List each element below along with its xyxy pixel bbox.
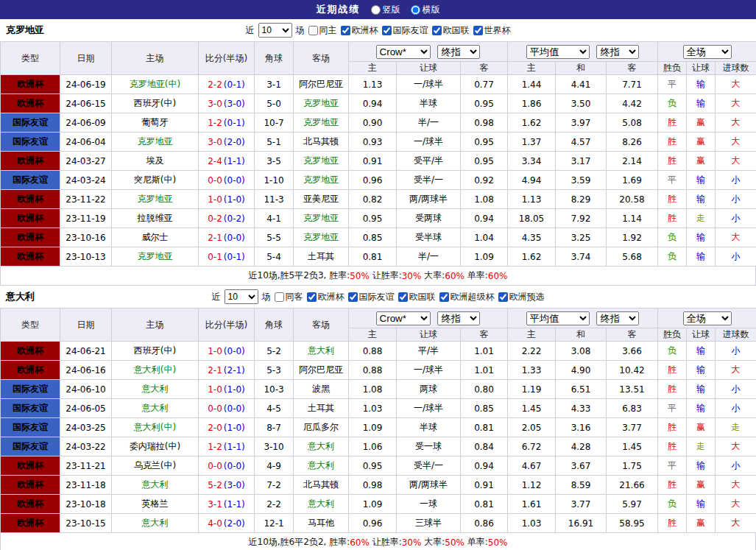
bookmaker-select[interactable]: Crow* [376,45,431,59]
eu-away-odds-cell: 2.14 [607,152,658,171]
corner-cell: 7-2 [255,476,294,495]
league-cell: 欧洲杯 [1,476,60,495]
eu-odds-stage-select[interactable]: 终指 [596,311,639,325]
league-filter-checkbox[interactable]: 欧洲杯 [341,24,378,37]
date-cell: 23-10-15 [60,514,112,533]
wdl-result-cell: 负 [658,94,687,113]
score-cell: 1-0(0-0) [199,342,255,361]
fulltime-score: 3-0 [208,137,222,147]
col-home: 主场 [112,309,199,342]
topbar: 近期战绩 竖版 横版 [0,0,756,19]
away-team-cell: 阿尔巴尼亚 [294,361,349,380]
eu-draw-odds-cell: 4.28 [556,437,607,456]
same-venue-input[interactable] [275,292,284,302]
layout-radio-horizontal[interactable]: 横版 [411,4,440,16]
league-checkbox-input[interactable] [307,292,317,302]
league-checkbox-input[interactable] [432,26,442,35]
handicap-result-cell: 赢 [687,113,716,133]
ah-home-odds-cell: 1.06 [349,437,397,456]
score-cell: 3-0(2-0) [199,133,255,152]
goals-result-cell: 小 [716,171,756,190]
league-checkbox-input[interactable] [473,26,483,35]
handicap-result-cell: 输 [687,456,716,476]
ah-home-odds-cell: 0.96 [349,514,397,533]
col-score: 比分(半场) [199,42,255,75]
handicap-result-cell: 赢 [687,476,716,495]
col-ah-away: 客 [461,328,508,342]
summary-segment: 50% [350,271,370,281]
corner-cell: 5-5 [255,228,294,247]
match-row: 欧洲杯23-11-22克罗地亚1-0(1-0)11-3亚美尼亚0.82两/两球半… [1,190,756,209]
summary-segment: 让胜率: [370,269,402,282]
eu-away-odds-cell: 3.77 [607,418,658,437]
halftime-score: (0-0) [224,461,245,471]
league-cell: 国际友谊 [1,113,60,133]
corner-cell: 10-3 [255,380,294,399]
league-cell: 国际友谊 [1,399,60,418]
eu-away-odds-cell: 5.08 [607,113,658,133]
away-team-cell: 亚美尼亚 [294,190,349,209]
goals-result-cell: 小 [716,380,756,399]
league-filter-checkbox[interactable]: 欧洲杯 [307,291,345,303]
period-select[interactable]: 全场 [683,45,732,59]
ah-home-odds-cell: 1.03 [349,399,397,418]
ah-line-cell: 一/球半 [397,399,461,418]
league-filter-checkbox[interactable]: 欧国联 [432,24,470,37]
eu-odds-source-select[interactable]: 平均值 [526,311,590,325]
league-checkbox-input[interactable] [382,26,392,35]
match-row: 国际友谊24-06-05意大利0-0(0-0)4-5土耳其1.03一/球半0.8… [1,399,756,418]
league-filter-checkbox[interactable]: 国际友谊 [382,24,428,37]
halftime-score: (1-0) [224,194,245,205]
league-checkbox-input[interactable] [398,292,408,302]
score-cell: 5-2(3-0) [199,476,255,495]
ah-odds-stage-select[interactable]: 终指 [437,45,480,59]
ah-away-odds-cell: 0.94 [461,209,508,228]
bookmaker-select[interactable]: Crow* [376,311,431,325]
league-checkbox-input[interactable] [348,292,358,302]
vertical-radio-input[interactable] [371,5,381,15]
same-venue-checkbox[interactable]: 同主 [308,24,337,37]
vertical-radio-label: 竖版 [383,4,400,16]
period-select[interactable]: 全场 [683,311,732,325]
eu-odds-stage-select[interactable]: 终指 [596,45,639,59]
date-cell: 24-06-05 [60,399,112,418]
horizontal-radio-input[interactable] [411,5,420,15]
match-count-select[interactable]: 10 [258,23,292,38]
handicap-result-cell: 输 [687,247,716,267]
eu-home-odds-cell: 1.13 [508,190,556,209]
match-row: 欧洲杯23-10-16威尔士2-1(0-0)5-5克罗地亚0.85受半球1.04… [1,228,756,247]
league-cell: 欧洲杯 [1,247,60,267]
handicap-result-cell: 输 [687,342,716,361]
ah-odds-stage-select[interactable]: 终指 [437,311,480,325]
corner-cell: 4-5 [255,399,294,418]
eu-home-odds-cell: 1.62 [508,113,556,133]
league-cell: 欧洲杯 [1,361,60,380]
eu-away-odds-cell: 10.42 [607,361,658,380]
league-filter-checkbox[interactable]: 欧洲预选 [498,291,545,303]
goals-result-cell: 大 [716,437,756,456]
league-checkbox-input[interactable] [439,292,449,302]
handicap-result-cell: 赢 [687,514,716,533]
league-filter-checkbox[interactable]: 欧洲超级杯 [439,291,495,303]
match-count-select[interactable]: 10 [225,289,258,304]
layout-radio-vertical[interactable]: 竖版 [371,4,400,16]
halftime-score: (0-1) [224,118,245,128]
date-cell: 24-06-10 [60,380,112,399]
date-cell: 24-03-24 [60,171,112,190]
same-venue-checkbox[interactable]: 同客 [275,291,303,303]
ah-odds-header: Crow* 终指 [349,42,508,62]
eu-draw-odds-cell: 4.90 [556,361,607,380]
league-filter-checkbox[interactable]: 欧国联 [398,291,436,303]
eu-odds-source-select[interactable]: 平均值 [526,45,590,59]
fulltime-score: 0-0 [208,175,222,186]
league-checkbox-input[interactable] [498,292,508,302]
away-team-cell: 阿尔巴尼亚 [294,75,349,94]
league-filter-checkbox[interactable]: 世界杯 [473,24,511,37]
eu-home-odds-cell: 1.45 [508,399,556,418]
away-team-cell: 克罗地亚 [294,209,349,228]
summary-segment: 50% [488,537,508,548]
eu-away-odds-cell: 5.97 [607,495,658,514]
league-checkbox-input[interactable] [341,26,350,35]
league-filter-checkbox[interactable]: 国际友谊 [348,291,395,303]
same-venue-input[interactable] [308,26,318,35]
